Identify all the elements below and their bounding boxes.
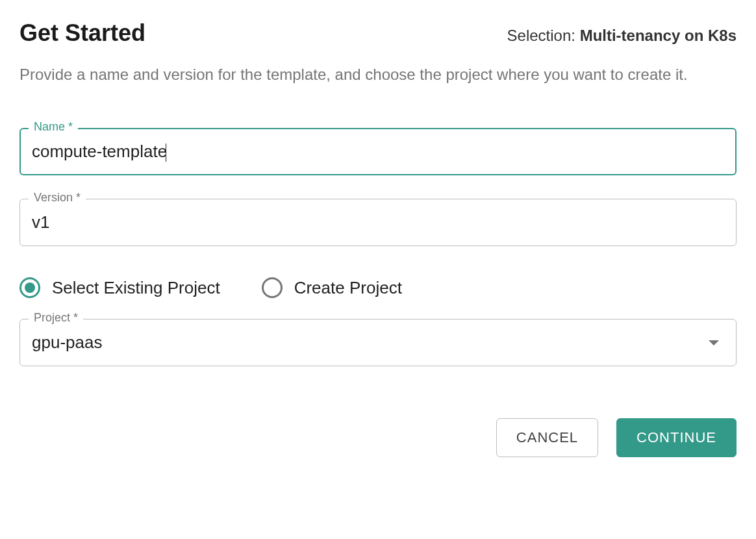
radio-selected-icon (19, 277, 40, 298)
header: Get Started Selection: Multi-tenancy on … (19, 19, 737, 47)
action-buttons: CANCEL CONTINUE (19, 418, 737, 457)
chevron-down-icon (709, 340, 719, 345)
project-label: Project * (29, 311, 83, 325)
continue-button[interactable]: CONTINUE (616, 418, 737, 457)
selection-info: Selection: Multi-tenancy on K8s (507, 27, 737, 45)
name-input-value: compute-template (32, 142, 167, 161)
version-field: Version * (19, 199, 737, 246)
version-input[interactable] (19, 199, 737, 246)
project-field: Project * gpu-paas (19, 319, 737, 366)
text-caret (166, 144, 166, 162)
selection-value: Multi-tenancy on K8s (580, 27, 737, 44)
radio-existing-label: Select Existing Project (52, 278, 220, 298)
project-select-value: gpu-paas (32, 332, 102, 353)
radio-select-existing[interactable]: Select Existing Project (19, 277, 220, 298)
name-field: Name * compute-template (19, 128, 737, 175)
project-mode-radios: Select Existing Project Create Project (19, 277, 737, 298)
project-select[interactable]: gpu-paas (19, 319, 737, 366)
cancel-button[interactable]: CANCEL (496, 418, 598, 457)
radio-create-project[interactable]: Create Project (262, 277, 402, 298)
name-label: Name * (29, 120, 78, 134)
selection-label: Selection: (507, 27, 580, 44)
radio-create-label: Create Project (294, 278, 402, 298)
page-title: Get Started (19, 19, 145, 47)
name-input[interactable]: compute-template (19, 128, 737, 175)
version-label: Version * (29, 191, 86, 205)
radio-unselected-icon (262, 277, 283, 298)
description-text: Provide a name and version for the templ… (19, 62, 737, 86)
